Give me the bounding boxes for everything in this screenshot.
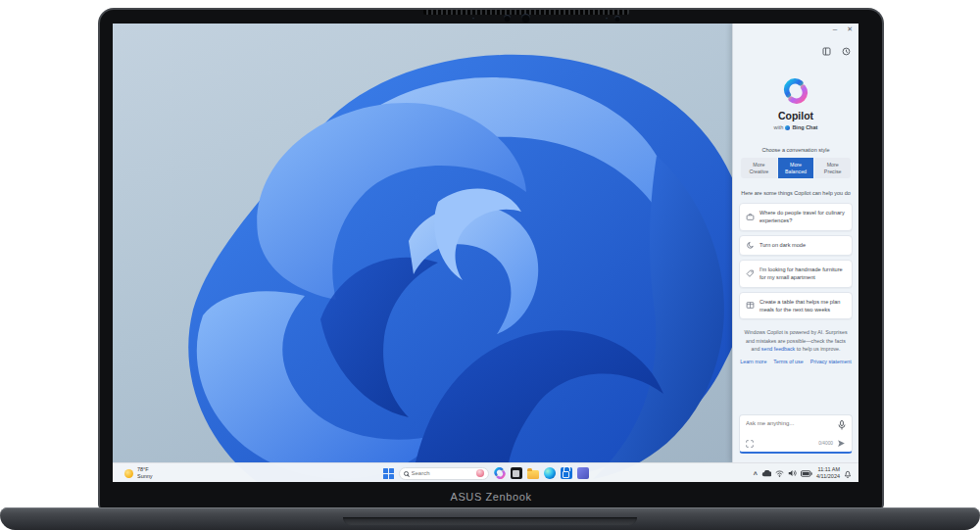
chat-input-card: 0/4000 <box>739 414 853 454</box>
footer-links: Learn more Terms of use Privacy statemen… <box>733 359 858 364</box>
weather-condition: Sunny <box>137 473 153 480</box>
weather-temperature: 78°F <box>137 466 153 473</box>
privacy-statement-link[interactable]: Privacy statement <box>810 359 852 364</box>
start-button[interactable] <box>383 468 394 479</box>
notification-bell-icon[interactable] <box>844 469 852 478</box>
tag-icon <box>746 269 755 278</box>
screen: – ✕ <box>113 24 858 482</box>
suggestion-text: Turn on dark mode <box>760 241 806 249</box>
suggestion-card[interactable]: Turn on dark mode <box>739 235 853 256</box>
search-input[interactable] <box>412 470 473 476</box>
style-prompt: Choose a conversation style <box>733 147 858 153</box>
bing-icon <box>785 125 790 130</box>
battery-icon[interactable] <box>801 470 812 477</box>
wifi-icon[interactable] <box>775 470 784 477</box>
webcam-camera <box>521 14 530 23</box>
microsoft-store-icon[interactable] <box>561 467 572 479</box>
clock-date: 4/11/2024 <box>816 473 840 480</box>
taskbar-center <box>383 463 589 482</box>
hidden-icons-chevron[interactable]: ^ <box>754 471 758 478</box>
weather-widget[interactable]: 78°F Sunny <box>124 463 153 482</box>
history-icon[interactable] <box>842 47 851 56</box>
briefcase-icon <box>746 213 755 221</box>
window-controls: – ✕ <box>833 25 853 33</box>
subtitle-brand: Bing Chat <box>792 124 817 130</box>
suggestion-list: Where do people travel for culinary expe… <box>739 203 853 319</box>
suggestion-card[interactable]: Where do people travel for culinary expe… <box>739 203 853 231</box>
moon-icon <box>746 241 755 250</box>
terms-of-use-link[interactable]: Terms of use <box>773 359 803 364</box>
send-icon[interactable] <box>837 439 846 448</box>
laptop-lid: – ✕ <box>98 8 884 509</box>
style-more-creative[interactable]: More Creative <box>741 158 777 178</box>
send-feedback-link[interactable]: send feedback <box>761 346 795 352</box>
laptop-base <box>0 507 980 530</box>
mic-dot <box>606 18 608 20</box>
clock-time: 11:11 AM <box>816 466 840 473</box>
system-tray: ^ 11:11 AM <box>754 463 852 482</box>
screenshot-icon[interactable] <box>746 440 754 448</box>
suggestion-text: Create a table that helps me plan meals … <box>760 298 846 314</box>
suggestion-card[interactable]: Create a table that helps me plan meals … <box>739 292 853 320</box>
dark-app-icon[interactable] <box>511 467 522 479</box>
search-highlight-icon <box>476 469 484 477</box>
volume-icon[interactable] <box>788 469 797 477</box>
minimize-button[interactable]: – <box>833 25 837 33</box>
edge-browser-icon[interactable] <box>544 467 556 479</box>
helper-text: Here are some things Copilot can help yo… <box>733 190 858 196</box>
panel-toolbar <box>822 47 851 56</box>
style-more-precise[interactable]: More Precise <box>814 158 851 178</box>
learn-more-link[interactable]: Learn more <box>740 359 766 364</box>
brand-text: ASUS Zenbook <box>100 491 882 503</box>
style-more-balanced[interactable]: More Balanced <box>778 158 814 178</box>
disclaimer: Windows Copilot is powered by AI. Surpri… <box>742 328 850 353</box>
ir-sensor-dot <box>472 18 474 20</box>
notebook-icon[interactable] <box>822 47 831 56</box>
suggestion-text: Where do people travel for culinary expe… <box>760 209 846 225</box>
copilot-panel: – ✕ <box>732 24 858 462</box>
char-counter: 0/4000 <box>818 441 833 446</box>
chat-input[interactable] <box>746 420 832 426</box>
onedrive-cloud-icon[interactable] <box>761 470 771 477</box>
lid-lift-notch <box>343 517 637 525</box>
subtitle-prefix: with <box>774 124 784 130</box>
clock[interactable]: 11:11 AM 4/11/2024 <box>816 466 840 480</box>
sun-icon <box>124 469 133 478</box>
suggestion-card[interactable]: I'm looking for handmade furniture for m… <box>739 260 853 288</box>
conversation-style-selector: More Creative More Balanced More Precise <box>741 158 851 178</box>
suggestion-text: I'm looking for handmade furniture for m… <box>760 265 846 282</box>
copilot-subtitle: with Bing Chat <box>733 124 858 130</box>
search-icon <box>404 471 409 476</box>
disclaimer-text: to help us improve. <box>795 346 840 352</box>
microphone-icon[interactable] <box>838 420 846 430</box>
purple-app-icon[interactable] <box>577 467 589 479</box>
copilot-title: Copilot <box>733 110 858 121</box>
ambient-sensor <box>614 16 620 22</box>
table-icon <box>746 301 755 310</box>
file-explorer-icon[interactable] <box>527 470 539 479</box>
search-box[interactable] <box>399 467 489 480</box>
copilot-logo <box>783 78 808 104</box>
webcam-ir-camera <box>504 15 511 22</box>
copilot-taskbar-icon[interactable] <box>494 467 506 479</box>
taskbar: 78°F Sunny <box>113 462 858 482</box>
close-button[interactable]: ✕ <box>847 25 853 33</box>
